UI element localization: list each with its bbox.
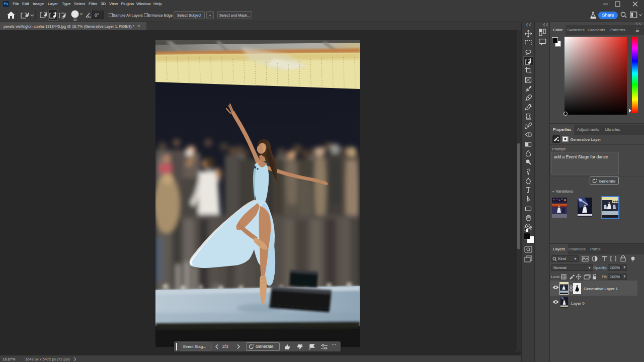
svg-text:30: 30 <box>73 18 77 22</box>
